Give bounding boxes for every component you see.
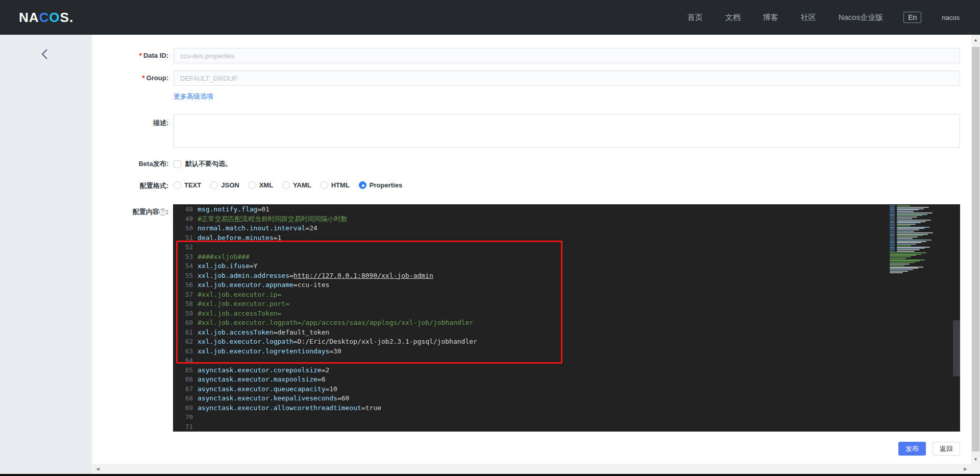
radio-label: HTML: [331, 181, 350, 189]
description-label: 描述:: [92, 114, 168, 127]
format-label: 配置格式:: [92, 181, 168, 190]
logo-text-na: NA: [19, 10, 39, 25]
scroll-left-icon[interactable]: ◀: [96, 464, 100, 474]
language-toggle-button[interactable]: En: [903, 12, 921, 23]
group-label-text: Group:: [146, 74, 168, 82]
navbar-right: 首页文档博客社区Nacos企业版 En nacos: [688, 12, 960, 23]
radio-icon: [249, 181, 256, 189]
editor-line: 48msg.notify.flag=01: [173, 205, 960, 215]
editor-line: 50normal.match.inout.interval=24: [173, 224, 960, 233]
content-label-text: 配置内容: [133, 208, 159, 216]
format-options: TEXTJSONXMLYAMLHTMLProperties: [174, 181, 411, 189]
username[interactable]: nacos: [942, 14, 960, 21]
nacos-logo[interactable]: NACOS.: [19, 10, 74, 26]
nav-item[interactable]: Nacos企业版: [839, 13, 884, 22]
editor-line: 54xxl.job.ifuse=Y: [173, 261, 960, 271]
radio-icon: [174, 181, 181, 189]
editor-line: 67asynctask.executor.queuecapacity=10: [173, 385, 960, 394]
editor-line: 68asynctask.executor.keepaliveseconds=60: [173, 394, 960, 403]
group-input[interactable]: [174, 70, 960, 86]
beta-checkbox[interactable]: [174, 160, 181, 168]
radio-icon: [321, 181, 328, 189]
content-label-colon: :: [166, 208, 168, 216]
radio-label: XML: [259, 181, 273, 189]
nav-item[interactable]: 首页: [688, 13, 703, 22]
editor-scrollbar-thumb[interactable]: [953, 320, 960, 376]
sidebar: [0, 35, 92, 474]
data-id-label-text: Data ID:: [143, 52, 168, 59]
radio-icon: [359, 181, 366, 189]
back-chevron-icon[interactable]: [40, 48, 51, 60]
required-mark: *: [142, 74, 145, 82]
radio-label: JSON: [221, 181, 239, 189]
logo-text-o: O: [49, 10, 60, 25]
editor-lines: 48msg.notify.flag=0149#正常交易匹配流程当前时间跟交易时间…: [173, 205, 960, 432]
beta-label: Beta发布:: [92, 159, 168, 168]
logo-text-s: S.: [60, 10, 74, 25]
data-id-input[interactable]: [174, 48, 960, 63]
editor-line: 53####xxljob###: [173, 252, 960, 262]
minimap[interactable]: [890, 204, 952, 432]
required-mark: *: [139, 52, 142, 59]
editor-line: 65asynctask.executor.corepoolsize=2: [173, 366, 960, 375]
editor-line: 52: [173, 243, 960, 252]
radio-label: YAML: [293, 181, 311, 189]
logo-text-c: C: [39, 10, 50, 25]
format-radio-properties[interactable]: Properties: [359, 181, 402, 189]
radio-icon: [282, 181, 290, 189]
group-row: *Group:: [92, 70, 971, 86]
format-radio-xml[interactable]: XML: [249, 181, 273, 189]
scroll-right-icon[interactable]: ▶: [964, 464, 967, 474]
data-id-label: *Data ID:: [92, 48, 168, 63]
format-radio-html[interactable]: HTML: [321, 181, 350, 189]
editor-line: 59#xxl.job.accessToken=: [173, 309, 960, 319]
editor-line: 64: [173, 356, 960, 366]
editor-line: 63xxl.job.executor.logretentiondays=30: [173, 347, 960, 356]
publish-button[interactable]: 发布: [898, 442, 926, 456]
main-content: *Data ID: *Group: 更多高级选项 描述: Beta发布: 默认不…: [92, 35, 971, 464]
nav-item[interactable]: 社区: [801, 13, 816, 22]
editor-line: 62xxl.job.executor.logpath=D:/Eric/Deskt…: [173, 337, 960, 347]
radio-label: Properties: [370, 181, 402, 189]
window-bottom-edge: [0, 474, 980, 476]
group-label: *Group:: [92, 70, 168, 86]
format-radio-json[interactable]: JSON: [210, 181, 239, 189]
beta-hint: 默认不要勾选。: [185, 159, 232, 169]
nav-item[interactable]: 文档: [725, 13, 741, 22]
format-row: 配置格式: TEXTJSONXMLYAMLHTMLProperties: [92, 181, 971, 192]
scroll-up-icon[interactable]: ▲: [971, 38, 980, 42]
editor-line: 56xxl.job.executor.appname=ccu-ites: [173, 280, 960, 290]
editor-line: 70: [173, 413, 960, 422]
description-textarea[interactable]: [174, 114, 960, 148]
beta-row: Beta发布: 默认不要勾选。: [92, 159, 971, 170]
page-vertical-scrollbar[interactable]: ▲ ▼: [971, 35, 980, 474]
editor-line: 66asynctask.executor.maxpoolsize=6: [173, 375, 960, 385]
editor-line: 51deal.before.minutes=1: [173, 233, 960, 243]
nav-items: 首页文档博客社区Nacos企业版: [688, 13, 884, 22]
scroll-down-icon[interactable]: ▼: [971, 457, 980, 462]
editor-line: 55xxl.job.admin.addresses=http://127.0.0…: [173, 271, 960, 281]
format-radio-text[interactable]: TEXT: [174, 181, 201, 189]
radio-icon: [210, 181, 218, 189]
navbar: NACOS. 首页文档博客社区Nacos企业版 En nacos: [0, 0, 980, 35]
editor-line: 57#xxl.job.executor.ip=: [173, 290, 960, 300]
editor-line: 58#xxl.job.executor.port=: [173, 299, 960, 309]
format-radio-yaml[interactable]: YAML: [282, 181, 311, 189]
nav-item[interactable]: 博客: [763, 13, 778, 22]
content-label: 配置内容?:: [92, 207, 168, 216]
advanced-options-link[interactable]: 更多高级选项: [174, 92, 213, 101]
editor-line: 49#正常交易匹配流程当前时间跟交易时间间隔小时数: [173, 215, 960, 224]
editor-line: 60#xxl.job.executor.logpath=/app/access/…: [173, 318, 960, 328]
radio-label: TEXT: [184, 181, 201, 189]
data-id-row: *Data ID:: [92, 48, 971, 63]
action-buttons: 发布 返回: [898, 442, 960, 456]
editor-line: 71: [173, 422, 960, 432]
config-editor[interactable]: 48msg.notify.flag=0149#正常交易匹配流程当前时间跟交易时间…: [173, 204, 960, 432]
return-button[interactable]: 返回: [933, 442, 960, 456]
editor-line: 61xxl.job.accessToken=default_token: [173, 328, 960, 338]
editor-line: 69asynctask.executor.allowcorethreadtime…: [173, 403, 960, 413]
page-horizontal-scrollbar[interactable]: ◀ ▶: [92, 464, 971, 474]
beta-control: 默认不要勾选。: [174, 159, 232, 169]
help-icon[interactable]: ?: [159, 208, 166, 216]
vertical-scrollbar-thumb[interactable]: [972, 47, 979, 451]
